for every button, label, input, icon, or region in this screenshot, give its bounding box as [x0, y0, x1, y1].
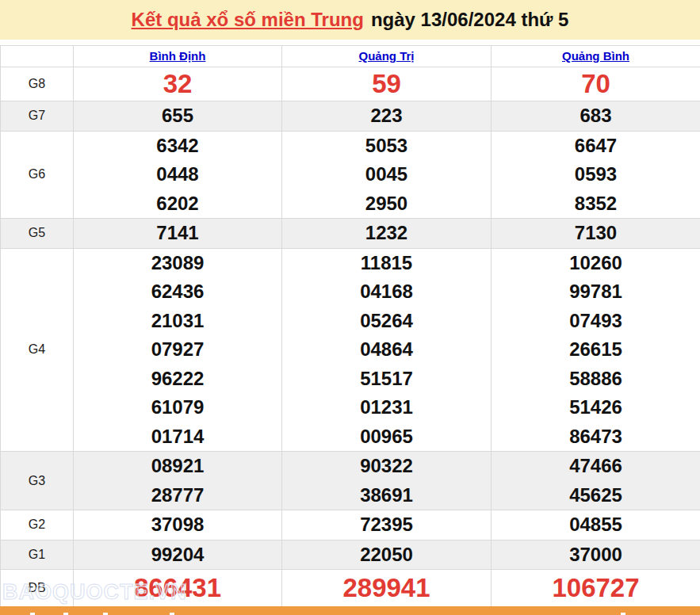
prize-cell: 37098 — [74, 510, 282, 541]
prize-value: 90322 — [282, 452, 491, 481]
prize-value: 08921 — [74, 452, 281, 481]
prize-cell: 1232 — [282, 219, 492, 249]
prize-label: G7 — [1, 101, 74, 132]
prize-value: 96222 — [74, 365, 281, 394]
column-header: Quảng Bình — [492, 46, 700, 67]
prize-label: G2 — [1, 510, 74, 541]
prize-cell: 7141 — [74, 219, 282, 249]
corner-cell — [1, 46, 74, 67]
prize-value: 289941 — [282, 570, 491, 606]
prize-value: 37000 — [492, 541, 700, 570]
prize-label: G1 — [1, 540, 74, 570]
prize-value: 86473 — [492, 422, 700, 452]
prize-cell: 04855 — [492, 510, 700, 541]
prize-row: G2370987239504855 — [1, 510, 700, 541]
page-title: Kết quả xổ số miền Trung ngày 13/06/2024… — [0, 0, 700, 40]
prize-row: ĐB866431289941106727 — [1, 570, 700, 607]
prize-cell: 37000 — [492, 540, 700, 570]
prize-value: 01231 — [282, 393, 491, 422]
prize-cell: 72395 — [282, 510, 492, 541]
prize-label: G5 — [1, 219, 74, 249]
prize-cell: 289941 — [282, 570, 492, 607]
prize-value: 223 — [282, 101, 491, 131]
prize-value: 7130 — [492, 219, 700, 248]
prize-cell: 22050 — [282, 540, 492, 570]
prize-cell: 23089624362103107927962226107901714 — [74, 248, 282, 452]
prize-value: 2950 — [282, 189, 491, 219]
prize-value: 99781 — [492, 277, 700, 307]
prize-value: 8352 — [492, 189, 700, 219]
prize-cell: 4746645625 — [492, 452, 700, 510]
prize-value: 106727 — [492, 570, 700, 606]
prize-label: ĐB — [1, 570, 74, 607]
prize-value: 1232 — [282, 219, 491, 248]
prize-value: 38691 — [282, 481, 491, 510]
prize-value: 23089 — [74, 249, 281, 278]
prize-value: 28777 — [74, 481, 281, 510]
prize-value: 10260 — [492, 249, 700, 278]
prize-label: G3 — [1, 452, 74, 510]
prize-row: G7655223683 — [1, 101, 700, 132]
prize-cell: 505300452950 — [282, 131, 492, 219]
prize-value: 6342 — [74, 132, 281, 161]
prize-value: 0448 — [74, 160, 281, 189]
prize-value: 5053 — [282, 132, 491, 161]
prize-value: 05264 — [282, 307, 491, 336]
prize-row: G5714112327130 — [1, 219, 700, 249]
prize-value: 72395 — [282, 510, 491, 540]
prize-label: G4 — [1, 248, 74, 452]
prize-cell: 9032238691 — [282, 452, 492, 510]
prize-cell: 59 — [282, 67, 492, 101]
prize-value: 655 — [74, 101, 281, 131]
prize-value: 45625 — [492, 481, 700, 510]
column-header-link[interactable]: Bình Định — [150, 49, 206, 63]
prize-value: 51517 — [282, 365, 491, 394]
prize-value: 99204 — [74, 541, 281, 570]
prize-label: G8 — [1, 67, 74, 101]
prize-cell: 70 — [492, 67, 700, 101]
prize-value: 51426 — [492, 393, 700, 422]
prize-value: 47466 — [492, 452, 700, 481]
prize-cell: 664705938352 — [492, 131, 700, 219]
prize-value: 26615 — [492, 335, 700, 365]
column-header: Quảng Trị — [282, 46, 492, 67]
column-header-link[interactable]: Quảng Trị — [358, 49, 414, 63]
results-table: Bình ĐịnhQuảng TrịQuảng Bình G8325970G76… — [0, 45, 700, 607]
prize-row: G3089212877790322386914746645625 — [1, 452, 700, 510]
prize-cell: 634204486202 — [74, 131, 282, 219]
prize-row: G423089624362103107927962226107901714118… — [1, 248, 700, 452]
prize-cell: 683 — [492, 101, 700, 132]
prize-value: 07927 — [74, 335, 281, 365]
title-link[interactable]: Kết quả xổ số miền Trung — [132, 9, 364, 31]
column-header-link[interactable]: Quảng Bình — [562, 49, 629, 63]
prize-cell: 223 — [282, 101, 492, 132]
prize-value: 6202 — [74, 189, 281, 219]
prize-value: 0593 — [492, 160, 700, 189]
prize-row: G8325970 — [1, 67, 700, 101]
prize-value: 07493 — [492, 307, 700, 336]
prize-value: 59 — [282, 67, 491, 101]
prize-cell: 11815041680526404864515170123100965 — [282, 248, 492, 452]
prize-value: 0045 — [282, 160, 491, 189]
prize-value: 00965 — [282, 422, 491, 452]
prize-value: 37098 — [74, 510, 281, 540]
prize-value: 6647 — [492, 132, 700, 161]
prize-value: 866431 — [74, 570, 281, 606]
prize-value: 11815 — [282, 249, 491, 278]
prize-label: G6 — [1, 131, 74, 219]
prize-value: 21031 — [74, 307, 281, 336]
prize-value: 70 — [492, 67, 700, 101]
prize-value: 683 — [492, 101, 700, 131]
prize-value: 04168 — [282, 277, 491, 307]
bottom-bar — [0, 606, 700, 615]
prize-value: 61079 — [74, 393, 281, 422]
prize-cell: 32 — [74, 67, 282, 101]
spacer — [0, 40, 700, 45]
prize-value: 58886 — [492, 365, 700, 394]
prize-value: 7141 — [74, 219, 281, 248]
title-date: ngày 13/06/2024 thứ 5 — [371, 9, 569, 31]
prize-cell: 0892128777 — [74, 452, 282, 510]
prize-value: 01714 — [74, 422, 281, 452]
prize-value: 04864 — [282, 335, 491, 365]
prize-cell: 7130 — [492, 219, 700, 249]
